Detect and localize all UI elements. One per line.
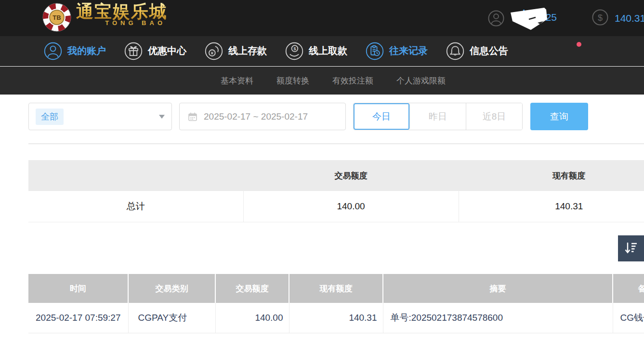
txn-remark: CG钱包 <box>613 303 644 333</box>
txn-time: 2025-02-17 07:59:27 <box>28 303 128 333</box>
selected-type-tag: 全部 <box>36 109 64 125</box>
nav-item-deposit[interactable]: 线上存款 <box>204 41 267 61</box>
records-clipboard-icon <box>365 41 384 61</box>
svg-text:TB: TB <box>53 14 61 21</box>
notification-dot <box>577 42 581 47</box>
transaction-row: 2025-02-17 07:59:27 CGPAY支付 140.00 140.3… <box>28 303 644 333</box>
txn-type: CGPAY支付 <box>128 303 215 333</box>
chevron-down-icon <box>159 115 165 119</box>
svg-text:$: $ <box>293 46 296 51</box>
transactions-table: 时间 交易类别 交易额度 现有额度 摘要 备注 2025-02-17 07:59… <box>28 274 644 333</box>
summary-header-transaction-amount: 交易额度 <box>243 160 459 191</box>
quick-date-yesterday-button[interactable]: 昨日 <box>410 103 466 130</box>
date-range-input[interactable]: 2025-02-17 ~ 2025-02-17 <box>179 103 346 130</box>
username[interactable]: 25 <box>509 4 557 33</box>
divider <box>28 143 644 144</box>
brand-name-cn: 通宝娱乐城 <box>76 2 168 21</box>
query-button[interactable]: 查询 <box>530 103 588 130</box>
summary-current-balance: 140.31 <box>459 191 644 222</box>
nav-item-my-account[interactable]: 我的账户 <box>43 41 106 61</box>
summary-transaction-amount: 140.00 <box>243 191 459 222</box>
subnav-item-valid-bets[interactable]: 有效投注额 <box>332 75 373 86</box>
quick-date-today-button[interactable]: 今日 <box>354 103 410 130</box>
transaction-type-select[interactable]: 全部 <box>28 103 172 130</box>
withdraw-hand-icon: $ <box>285 41 304 61</box>
nav-item-withdraw[interactable]: $ 线上取款 <box>285 41 347 61</box>
balance-amount: 140.31 R <box>615 13 644 24</box>
dollar-icon: $ <box>591 9 609 26</box>
svg-text:$: $ <box>598 13 603 22</box>
main-nav: 我的账户 优惠中心 线上存款 $ 线上取款 <box>0 36 644 66</box>
quick-date-last8days-button[interactable]: 近8日 <box>466 103 522 130</box>
txn-header-type: 交易类别 <box>128 274 215 303</box>
summary-header-empty <box>28 160 243 191</box>
nav-item-records[interactable]: 往来记录 <box>365 41 428 61</box>
brand-name-en: TONG BAO <box>105 19 168 27</box>
summary-total-row: 总计 140.00 140.31 <box>28 191 644 222</box>
txn-header-summary: 摘要 <box>383 274 613 303</box>
subnav-item-basic-info[interactable]: 基本资料 <box>221 75 253 86</box>
censor-scribble <box>510 7 558 33</box>
top-header: TB 通宝娱乐城 TONG BAO 25 $ 140 <box>0 0 644 36</box>
summary-table: 交易额度 现有额度 总计 140.00 140.31 <box>28 160 644 222</box>
subnav-item-game-limits[interactable]: 个人游戏限额 <box>396 75 446 86</box>
summary-header-row: 交易额度 现有额度 <box>28 160 644 191</box>
summary-header-current-balance: 现有额度 <box>459 160 644 191</box>
nav-item-announcements[interactable]: 信息公告 <box>446 41 508 61</box>
txn-summary: 单号:202502173874578600 <box>383 303 613 333</box>
txn-header-balance: 现有额度 <box>289 274 383 303</box>
subnav-item-quota-transfer[interactable]: 额度转换 <box>276 75 309 86</box>
txn-balance: 140.31 <box>289 303 383 333</box>
transactions-header-row: 时间 交易类别 交易额度 现有额度 摘要 备注 <box>28 274 644 303</box>
bell-icon <box>446 41 465 61</box>
gift-icon <box>124 41 143 61</box>
calendar-icon <box>187 111 198 122</box>
user-icon[interactable] <box>487 10 505 27</box>
casino-chip-icon: TB <box>41 2 72 33</box>
quick-date-group: 今日 昨日 近8日 <box>353 103 523 130</box>
user-icon <box>43 41 63 61</box>
sub-nav: 基本资料 额度转换 有效投注额 个人游戏限额 <box>0 67 644 95</box>
brand-logo[interactable]: TB 通宝娱乐城 TONG BAO <box>41 2 168 33</box>
date-range-value: 2025-02-17 ~ 2025-02-17 <box>204 111 308 122</box>
txn-header-remark: 备注 <box>613 274 644 303</box>
summary-total-label: 总计 <box>28 191 243 222</box>
deposit-coin-icon <box>204 41 223 61</box>
filter-row: 全部 2025-02-17 ~ 2025-02-17 今日 昨日 近8日 查询 <box>28 103 588 130</box>
sort-descending-icon <box>623 240 639 257</box>
txn-header-amount: 交易额度 <box>215 274 289 303</box>
sort-descending-button[interactable] <box>618 235 644 261</box>
txn-amount: 140.00 <box>215 303 289 333</box>
nav-item-promotions[interactable]: 优惠中心 <box>124 41 186 61</box>
txn-header-time: 时间 <box>28 274 128 303</box>
